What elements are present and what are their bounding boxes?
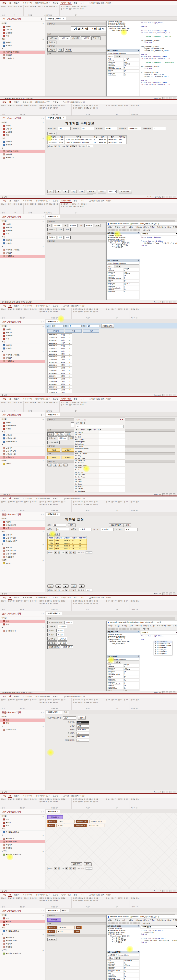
ribbon-button[interactable]: 서식 복사 <box>29 105 37 107</box>
ribbon-tab[interactable]: 데이터베이스 도구 <box>34 199 51 202</box>
table-cell[interactable]: 2025-04-08 <box>48 350 59 353</box>
ribbon-tab[interactable]: 정렬 <box>72 397 79 401</box>
view-toggle-icon[interactable] <box>169 791 172 793</box>
nav-item[interactable]: 납품현황 <box>0 334 45 337</box>
close-icon[interactable]: ✕ <box>57 910 59 912</box>
code-editor[interactable]: Private Sub cmd닫기_Click() DoCmd.CloseEnd… <box>140 929 177 980</box>
form-button[interactable]: 레코드 찾기 <box>119 190 132 194</box>
ribbon-button[interactable]: 굴림 <box>130 798 135 800</box>
close-icon[interactable]: ✕ <box>137 951 139 953</box>
property-value[interactable] <box>99 434 125 436</box>
ribbon-button[interactable]: 필터 적용/해제 <box>48 107 59 109</box>
nav-group-header[interactable]: 쿼리∧ <box>0 926 45 930</box>
vba-menu-item[interactable]: 창(W) <box>167 919 171 921</box>
view-toggle-icon[interactable] <box>169 196 172 198</box>
ribbon-tab[interactable]: 서식 <box>79 397 85 401</box>
project-tree-node[interactable]: · Form_회원정보 <box>107 941 139 943</box>
vba-toolbar-icon[interactable] <box>108 628 110 630</box>
ribbon-button[interactable]: 보기 <box>1 897 6 899</box>
ribbon-tab[interactable]: 외부 데이터 <box>21 304 34 307</box>
property-value[interactable] <box>99 448 125 450</box>
ribbon-tab[interactable]: 데이터베이스 도구 <box>34 100 51 104</box>
table-cell[interactable]: 15 <box>67 386 72 388</box>
record-nav-button[interactable]: ▶| <box>70 145 72 147</box>
ribbon-button[interactable]: 저장 <box>93 897 98 899</box>
table-cell[interactable]: 김진영 <box>59 380 67 383</box>
table-cell[interactable]: 2025-04-08 <box>48 386 59 388</box>
nav-group-header[interactable]: 테이블∧ <box>0 715 45 719</box>
table-cell[interactable]: 김진영 <box>59 356 67 358</box>
ribbon-tab[interactable]: 파일 <box>1 304 8 307</box>
ribbon-tab[interactable]: 파일 <box>1 497 8 500</box>
view-toggle-icon[interactable] <box>166 196 168 198</box>
properties-object-combobox[interactable]: cmd회원명부 CommandButton <box>107 954 139 956</box>
nav-item[interactable]: 자재 <box>0 35 45 38</box>
property-value[interactable] <box>99 445 125 448</box>
ribbon-button[interactable]: 복사 <box>24 105 29 107</box>
table-cell[interactable]: 2025-03-22 <box>48 366 59 369</box>
ribbon-button[interactable]: 고급 <box>61 600 66 602</box>
ribbon-search[interactable]: 어떤 작업을 원하시나요? <box>63 695 85 698</box>
ribbon-button[interactable]: 고급 <box>61 308 66 310</box>
properties-tab[interactable]: 항목별 <box>114 55 122 58</box>
nav-collapse-icon[interactable]: ⊙ « <box>41 18 43 20</box>
ribbon-button[interactable]: 10 <box>136 600 140 602</box>
field-input[interactable]: 2025-09-01 <box>77 728 89 731</box>
table-cell[interactable]: 65 <box>67 339 72 342</box>
find-button[interactable]: 찾기 <box>78 716 85 720</box>
nav-group-header[interactable]: 폼∧ <box>0 834 45 837</box>
nav-item[interactable]: 강좌 <box>0 719 45 722</box>
field-input[interactable]: 25 <box>77 739 89 742</box>
property-value[interactable]: cmd찾기 <box>124 58 139 60</box>
design-button[interactable]: ◀ <box>53 463 57 466</box>
ribbon-button[interactable]: 내림차순 <box>53 308 60 310</box>
ribbon-button[interactable]: 정렬 제거 <box>39 801 47 803</box>
property-value[interactable]: -1 <box>124 979 139 980</box>
ribbon-button[interactable]: 삭제 <box>72 801 77 803</box>
vba-window[interactable]: Microsoft Visual Basic for Applications … <box>106 222 177 300</box>
table-cell[interactable]: 김진영 <box>59 377 67 380</box>
property-value[interactable]: 100 <box>124 70 139 71</box>
close-icon[interactable]: ✕ <box>137 655 139 657</box>
view-toggle-icon[interactable] <box>163 196 165 198</box>
nav-item[interactable]: 동아리별 회원리스트 <box>0 952 45 955</box>
ribbon-search[interactable]: 어떤 작업을 원하시나요? <box>89 199 111 202</box>
close-icon[interactable]: ✕ <box>59 612 60 615</box>
properties-object-combobox[interactable]: cmd찾기 CommandButton <box>107 658 139 660</box>
ribbon-tab[interactable]: 파일 <box>1 794 8 797</box>
property-value[interactable]: 0 <box>124 71 139 73</box>
nav-item[interactable]: 동아리별회원조회 <box>0 830 45 834</box>
property-sheet-tab[interactable]: 형식 <box>76 429 79 431</box>
ribbon-tab[interactable]: 만들기 <box>13 2 21 5</box>
property-value[interactable] <box>99 450 125 452</box>
ribbon-button[interactable]: 바꾸기 <box>111 600 117 602</box>
property-value[interactable]: 16777215 <box>124 669 139 670</box>
ribbon-button[interactable]: 모두 새로 고침 <box>72 798 84 800</box>
field-input[interactable]: ₩100,000 <box>77 735 89 738</box>
table-cell[interactable]: 9 <box>67 369 72 372</box>
nav-item[interactable]: 제품코드 <box>0 527 45 530</box>
nav-group-header[interactable]: 테이블∧ <box>0 616 45 620</box>
nav-item[interactable]: 납품내역현황 <box>0 536 45 539</box>
property-value[interactable] <box>99 476 125 478</box>
ribbon-button[interactable]: 모두 새로 고침 <box>72 501 84 503</box>
project-tree-node[interactable]: ⊞ acwztool (ACWZTOOL) <box>107 238 139 240</box>
view-toggle-icon[interactable] <box>166 394 168 396</box>
nav-item[interactable]: 년월일조회 <box>0 255 45 258</box>
record-nav-button[interactable]: ▶* <box>73 145 77 147</box>
close-icon[interactable]: ✕ <box>63 18 64 20</box>
close-icon[interactable]: ✕ <box>137 49 139 51</box>
ribbon-tab[interactable]: 외부 데이터 <box>21 397 34 401</box>
project-tree-node[interactable]: · Microsoft Access 클래스 개체 <box>107 28 139 30</box>
nav-item[interactable]: 제품별납품요약 <box>0 539 45 543</box>
ribbon-button[interactable]: 필터 적용/해제 <box>48 701 59 703</box>
table-cell[interactable]: 93 <box>78 545 87 547</box>
nav-collapse-icon[interactable]: ⊙ « <box>41 811 43 813</box>
property-value[interactable]: cmd찾기 <box>124 664 139 666</box>
table-cell[interactable]: 김진영 <box>58 141 64 144</box>
ribbon-button[interactable]: 정렬 제거 <box>39 311 47 313</box>
ribbon-button[interactable]: 찾기 <box>106 600 111 602</box>
ribbon-button[interactable]: 새로 만들기 <box>84 105 93 107</box>
ribbon-button[interactable]: 필터 적용/해제 <box>48 900 59 902</box>
ribbon-tab[interactable]: 파일 <box>1 2 8 5</box>
